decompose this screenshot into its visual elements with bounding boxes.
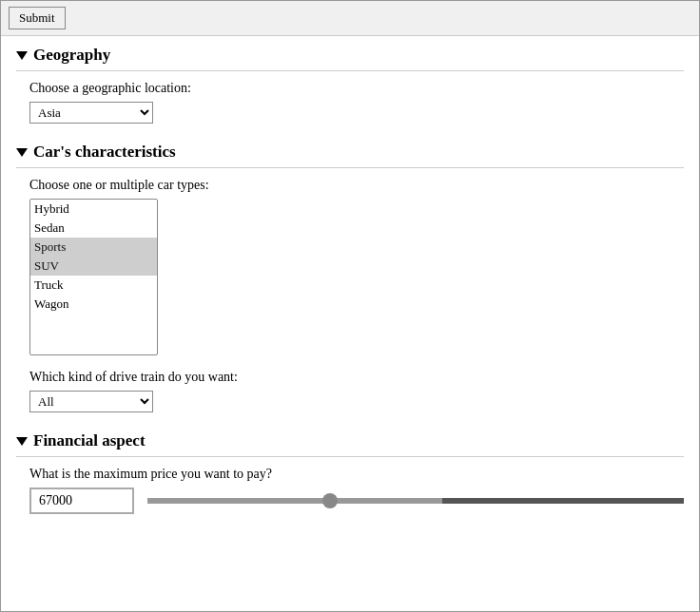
car-characteristics-header: Car's characteristics	[16, 143, 684, 168]
submit-button[interactable]: Submit	[9, 7, 66, 29]
financial-section: Financial aspect What is the maximum pri…	[16, 431, 684, 514]
form-area: Geography Choose a geographic location: …	[1, 36, 699, 543]
car-characteristics-section: Car's characteristics Choose one or mult…	[16, 143, 684, 412]
list-item[interactable]: Wagon	[30, 295, 157, 314]
toolbar: Submit	[1, 1, 699, 36]
price-slider[interactable]	[147, 498, 684, 504]
list-item[interactable]: Sedan	[30, 219, 157, 238]
financial-collapse-icon[interactable]	[16, 437, 28, 446]
car-characteristics-content: Choose one or multiple car types: Hybrid…	[16, 178, 684, 412]
financial-section-header: Financial aspect	[16, 431, 684, 457]
geography-section-header: Geography	[16, 46, 684, 71]
geography-section: Geography Choose a geographic location: …	[16, 46, 684, 124]
geography-title: Geography	[33, 46, 110, 65]
car-type-label: Choose one or multiple car types:	[29, 178, 684, 193]
list-item[interactable]: Hybrid	[30, 200, 157, 219]
list-item[interactable]: SUV	[30, 257, 157, 276]
financial-title: Financial aspect	[33, 431, 146, 450]
geography-content: Choose a geographic location: Africa Asi…	[16, 81, 684, 124]
price-input[interactable]	[29, 488, 134, 514]
main-container: Submit Geography Choose a geographic loc…	[0, 0, 700, 612]
geography-select[interactable]: Africa Asia Europe North America South A…	[29, 102, 153, 124]
drivetrain-select[interactable]: All FWD RWD AWD 4WD	[29, 391, 153, 412]
geography-collapse-icon[interactable]	[16, 51, 28, 60]
list-item[interactable]: Sports	[30, 238, 157, 257]
drivetrain-label: Which kind of drive train do you want:	[29, 370, 684, 385]
price-label: What is the maximum price you want to pa…	[29, 467, 684, 482]
price-row	[29, 488, 684, 514]
geography-field-label: Choose a geographic location:	[29, 81, 684, 96]
list-item[interactable]: Truck	[30, 276, 157, 295]
financial-content: What is the maximum price you want to pa…	[16, 467, 684, 514]
car-type-list[interactable]: Hybrid Sedan Sports SUV Truck Wagon	[29, 199, 158, 355]
car-characteristics-title: Car's characteristics	[33, 143, 176, 162]
car-characteristics-collapse-icon[interactable]	[16, 148, 28, 157]
